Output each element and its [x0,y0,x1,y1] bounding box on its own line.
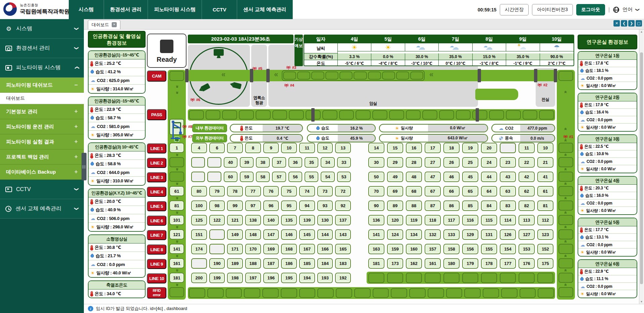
sidebar-sub-피노타이핑 실험 결과[interactable]: 피노타이핑 실험 결과+ [0,134,84,149]
plant-cell[interactable]: 121 [227,215,243,225]
plant-cell[interactable]: 65 [462,186,478,196]
plant-cell[interactable]: 160 [406,244,422,254]
plant-cell[interactable]: 97 [245,200,261,211]
plant-cell[interactable]: 134 [406,229,422,240]
sidebar-sub-프로젝트 백업 관리[interactable]: 프로젝트 백업 관리+ [0,149,84,165]
plant-cell[interactable]: 179 [462,258,478,269]
nav-item-CCTV[interactable]: CCTV [202,0,237,19]
plant-cell[interactable]: 151 [191,229,207,240]
sidebar-sub-데이타베이스 Backup[interactable]: 데이타베이스 Backup+ [0,165,84,180]
plant-cell[interactable]: 64 [481,186,497,196]
plant-cell[interactable]: 195 [281,273,297,283]
nav-item-환경센서 관리[interactable]: 환경센서 관리 [104,0,148,19]
scroll-down-icon[interactable]: ▼ [639,300,644,303]
plant-cell[interactable]: 93 [317,200,333,211]
line-button-LINE 2[interactable]: LINE 2 [147,158,166,168]
plant-cell[interactable]: 22 [519,157,535,168]
sidebar-item-센서 교체 예측관리[interactable]: 센서 교체 예측관리❯ [0,199,84,219]
plant-cell[interactable]: 154 [500,244,516,254]
plant-cell[interactable]: 6 [209,143,225,153]
logout-button[interactable]: 로그아웃 [576,4,605,15]
sidebar-item-피노타이핑 시스템[interactable]: 피노타이핑 시스템❯ [0,58,84,78]
sidebar-item-환경센서 관리[interactable]: 환경센서 관리❯ [0,39,84,58]
line-button-LINE 6[interactable]: LINE 6 [147,216,166,226]
plant-cell[interactable]: 156 [462,244,478,254]
plant-cell[interactable]: 28 [406,157,422,168]
plant-cell[interactable]: 49 [387,172,403,182]
plant-cell[interactable]: 149 [227,229,243,240]
plant-cell[interactable]: 61 [537,186,553,196]
plant-cell[interactable]: 23 [500,157,516,168]
plant-cell[interactable]: 25 [462,157,478,168]
plant-cell[interactable]: 82 [519,200,535,211]
plant-cell[interactable]: 186 [281,258,297,269]
plant-cell[interactable]: 113 [519,215,535,225]
plant-cell[interactable]: 199 [209,273,225,283]
plant-cell[interactable]: 162 [406,258,422,269]
plant-cell[interactable]: 119 [406,215,422,225]
plant-cell[interactable]: 14 [368,143,384,153]
plant-cell[interactable]: 37 [272,157,286,168]
plant-cell[interactable]: 125 [191,215,207,225]
plant-cell[interactable]: 9 [263,143,279,153]
plant-cell[interactable]: 166 [317,244,333,254]
plant-cell[interactable]: 84 [481,200,497,211]
line-button-LINE 8[interactable]: LINE 8 [147,244,166,255]
plant-cell[interactable]: 8 [245,143,261,153]
plant-cell[interactable]: 184 [317,258,333,269]
sidebar-sub-대쉬보드[interactable]: 대쉬보드 [0,93,84,104]
plant-cell[interactable]: 10 [281,143,297,153]
plant-cell[interactable]: 19 [462,143,478,153]
plant-cell[interactable]: 48 [406,172,422,182]
plant-cell[interactable]: 38 [256,157,270,168]
plant-cell[interactable]: 87 [425,200,441,211]
plant-cell[interactable]: 18 [443,143,460,153]
plant-cell[interactable]: 193 [317,273,333,283]
plant-cell[interactable]: 66 [443,186,460,196]
plant-cell[interactable]: 11 [299,143,315,153]
rfid-error-button[interactable]: RFIDerror [147,287,166,299]
language-selector[interactable]: 언어 [623,6,633,13]
plant-cell[interactable]: 43 [500,172,516,182]
plant-cell[interactable]: 26 [443,157,460,168]
plant-cell[interactable]: 153 [519,244,535,254]
plant-cell[interactable]: 34 [321,157,334,168]
plant-cell[interactable]: 117 [443,215,460,225]
plant-cell[interactable]: 165 [335,244,351,254]
plant-cell[interactable]: 83 [500,200,516,211]
plant-cell[interactable]: 74 [299,186,315,196]
plant-cell[interactable]: 41 [537,172,553,182]
plant-cell[interactable]: 21 [537,157,553,168]
plant-cell[interactable]: 115 [481,215,497,225]
plant-cell[interactable]: 12 [317,143,333,153]
plant-cell[interactable]: 192 [335,273,351,283]
plant-cell[interactable]: 176 [519,258,535,269]
plant-cell[interactable]: 157 [425,244,441,254]
line-button-LINE 7[interactable]: LINE 7 [147,230,166,240]
maximize-icon[interactable]: ▢ [636,20,642,27]
plant-cell[interactable]: 112 [537,215,553,225]
plant-cell[interactable]: 129 [462,229,478,240]
plant-cell[interactable]: 54 [321,172,334,182]
plant-cell[interactable]: 77 [245,186,261,196]
plant-cell[interactable]: 127 [519,229,535,240]
plant-cell[interactable]: 161 [425,258,441,269]
plant-cell[interactable]: 138 [245,215,261,225]
plant-cell[interactable]: 158 [443,244,460,254]
plant-cell[interactable]: 144 [317,229,333,240]
plant-cell[interactable]: 33 [337,157,351,168]
plant-cell[interactable]: 68 [406,186,422,196]
plant-cell[interactable]: 94 [299,200,315,211]
line-button-LINE 4[interactable]: LINE 4 [147,187,166,197]
plant-cell[interactable]: 168 [281,244,297,254]
line-button-LINE 5[interactable]: LINE 5 [147,201,166,211]
line-button-LINE 10[interactable]: LINE 10 [147,273,166,283]
plant-cell[interactable]: 114 [500,215,516,225]
plant-cell[interactable]: 20 [481,143,497,153]
plant-cell[interactable]: 178 [481,258,497,269]
plant-cell[interactable]: 56 [288,172,302,182]
sidebar-sub-피노타이핑 대쉬보드[interactable]: 피노타이핑 대쉬보드− [0,78,84,93]
plant-cell[interactable]: 131 [481,229,497,240]
cam-button[interactable]: CAM [147,71,166,82]
sidebar-sub-피노타이핑 운전 관리[interactable]: 피노타이핑 운전 관리+ [0,119,84,134]
